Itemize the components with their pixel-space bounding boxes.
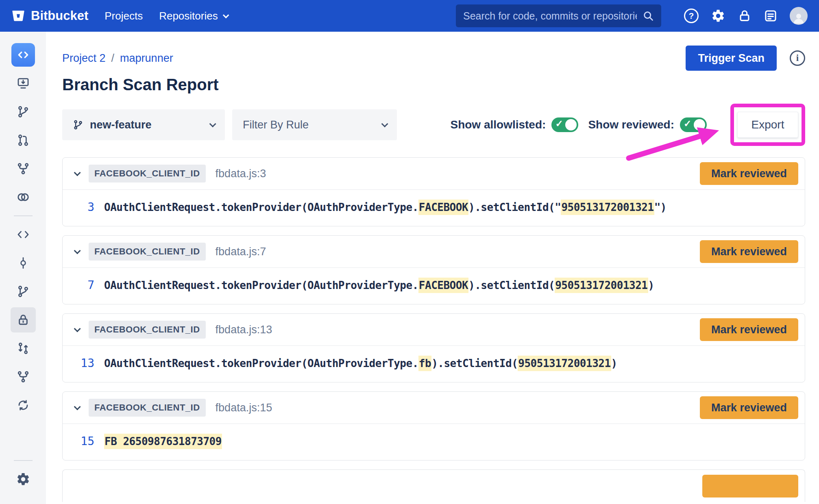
clone-icon	[17, 77, 30, 90]
code-snippet: OAuthClientRequest.tokenProvider(OAuthPr…	[104, 279, 654, 291]
sidebar-item-forks[interactable]	[0, 363, 46, 391]
branches-icon	[17, 285, 30, 298]
finding-card-header: FACEBOOK_CLIENT_ID fbdata.js:13 Mark rev…	[63, 314, 805, 345]
finding-card: FACEBOOK_CLIENT_ID fbdata.js:13 Mark rev…	[62, 313, 805, 382]
sidebar-item-pull-requests[interactable]	[0, 334, 46, 363]
sidebar-item-source[interactable]	[0, 220, 46, 249]
finding-location: fbdata.js:15	[216, 402, 272, 414]
sidebar-item-environments[interactable]	[0, 183, 46, 211]
sidebar-item-repo-avatar[interactable]	[0, 41, 46, 69]
sidebar-item-fork[interactable]	[0, 154, 46, 183]
info-icon[interactable]: i	[790, 50, 805, 66]
show-allowlisted-toggle[interactable]: ✓	[551, 117, 578, 132]
breadcrumb: Project 2 / maprunner	[62, 52, 173, 65]
nav-item-projects[interactable]: Projects	[105, 10, 143, 22]
collapse-chevron-icon[interactable]	[74, 403, 81, 410]
show-allowlisted-label: Show allowlisted:	[450, 118, 546, 131]
global-search[interactable]	[456, 4, 661, 27]
check-icon: ✓	[555, 118, 563, 129]
show-reviewed-label: Show reviewed:	[588, 118, 674, 131]
user-silhouette-icon	[792, 11, 806, 25]
sidebar-item-branch[interactable]	[0, 98, 46, 126]
code-snippet: FB 2650987631873709	[104, 435, 222, 448]
sidebar-item-pipelines[interactable]	[0, 391, 46, 419]
collapse-chevron-icon[interactable]	[74, 325, 81, 332]
active-item-highlight	[11, 307, 36, 332]
controls-row: new-feature Filter By Rule Show allowlis…	[62, 104, 805, 146]
finding-card: FACEBOOK_CLIENT_ID fbdata.js:15 Mark rev…	[62, 391, 805, 461]
page-title: Branch Scan Report	[62, 76, 805, 94]
environments-icon	[16, 190, 30, 204]
code-snippet: OAuthClientRequest.tokenProvider(OAuthPr…	[104, 201, 667, 213]
mark-reviewed-button[interactable]: Mark reviewed	[700, 240, 798, 263]
chevron-down-icon	[209, 120, 216, 127]
sidebar-item-settings[interactable]	[0, 465, 46, 493]
finding-card-header: FACEBOOK_CLIENT_ID fbdata.js:15 Mark rev…	[63, 392, 805, 424]
export-button[interactable]: Export	[737, 112, 799, 138]
finding-card-header: FACEBOOK_CLIENT_ID fbdata.js:3 Mark revi…	[63, 158, 805, 189]
toggle-knob	[694, 119, 705, 130]
check-icon: ✓	[684, 118, 691, 129]
collapse-chevron-icon[interactable]	[74, 247, 81, 254]
left-sidebar	[0, 32, 46, 504]
sidebar-item-branches[interactable]	[0, 277, 46, 306]
mark-reviewed-button[interactable]: Mark reviewed	[700, 162, 798, 185]
rule-badge: FACEBOOK_CLIENT_ID	[89, 321, 206, 339]
finding-card-body: 7 OAuthClientRequest.tokenProvider(OAuth…	[63, 267, 805, 304]
bitbucket-logo[interactable]: Bitbucket	[11, 9, 88, 23]
breadcrumb-row: Project 2 / maprunner Trigger Scan i	[62, 46, 805, 71]
show-reviewed-toggle[interactable]: ✓	[680, 117, 707, 132]
settings-gear-icon	[16, 472, 30, 487]
finding-location: fbdata.js:3	[216, 167, 266, 180]
chevron-down-icon	[381, 120, 388, 127]
sidebar-divider	[14, 215, 33, 216]
sidebar-item-pull-request[interactable]	[0, 126, 46, 154]
code-line-number: 13	[73, 356, 94, 370]
breadcrumb-project-link[interactable]: Project 2	[62, 52, 106, 65]
finding-card-partial	[62, 469, 805, 502]
rule-filter-dropdown[interactable]: Filter By Rule	[232, 109, 397, 140]
rule-dropdown-value: Filter By Rule	[243, 119, 309, 131]
nav-item-repositories[interactable]: Repositories	[159, 10, 227, 22]
bitbucket-bucket-icon	[11, 9, 25, 23]
nav-repositories-label: Repositories	[159, 10, 218, 22]
branch-dropdown-value: new-feature	[90, 119, 152, 131]
pipelines-sync-icon	[17, 399, 30, 412]
gear-icon[interactable]	[711, 9, 725, 23]
search-icon	[643, 10, 654, 22]
fork-icon	[17, 162, 30, 175]
finding-location: fbdata.js:7	[216, 245, 266, 258]
branch-dropdown[interactable]: new-feature	[62, 109, 225, 140]
repo-avatar	[11, 43, 35, 67]
collapse-chevron-icon[interactable]	[74, 169, 81, 176]
finding-card: FACEBOOK_CLIENT_ID fbdata.js:3 Mark revi…	[62, 157, 805, 226]
avatar[interactable]	[790, 7, 808, 25]
code-line-number: 3	[73, 200, 94, 214]
main-content: Project 2 / maprunner Trigger Scan i Bra…	[46, 46, 819, 502]
sidebar-item-commits[interactable]	[0, 249, 46, 277]
commit-icon	[17, 256, 30, 269]
rule-badge: FACEBOOK_CLIENT_ID	[89, 399, 206, 417]
source-code-icon	[17, 228, 30, 241]
mark-reviewed-button[interactable]	[702, 475, 798, 497]
breadcrumb-repo-link[interactable]: maprunner	[120, 52, 173, 65]
mark-reviewed-button[interactable]: Mark reviewed	[700, 396, 798, 419]
forks-icon	[17, 370, 30, 383]
code-snippet: OAuthClientRequest.tokenProvider(OAuthPr…	[104, 357, 617, 369]
finding-location: fbdata.js:13	[216, 324, 272, 336]
lock-icon[interactable]	[738, 9, 751, 23]
finding-card-body: 15 FB 2650987631873709	[63, 424, 805, 460]
sidebar-item-clone[interactable]	[0, 69, 46, 98]
code-line-number: 15	[73, 434, 94, 448]
feedback-icon[interactable]	[764, 9, 778, 23]
mark-reviewed-button[interactable]: Mark reviewed	[700, 318, 798, 341]
trigger-scan-button[interactable]: Trigger Scan	[686, 46, 777, 71]
branch-icon	[73, 119, 83, 130]
finding-card: FACEBOOK_CLIENT_ID fbdata.js:7 Mark revi…	[62, 235, 805, 304]
help-icon[interactable]: ?	[684, 9, 699, 23]
top-navigation: Bitbucket Projects Repositories ?	[0, 0, 819, 32]
sidebar-item-security[interactable]	[0, 306, 46, 334]
search-input[interactable]	[463, 10, 637, 22]
security-lock-icon	[17, 313, 30, 326]
sidebar-divider	[14, 460, 33, 461]
